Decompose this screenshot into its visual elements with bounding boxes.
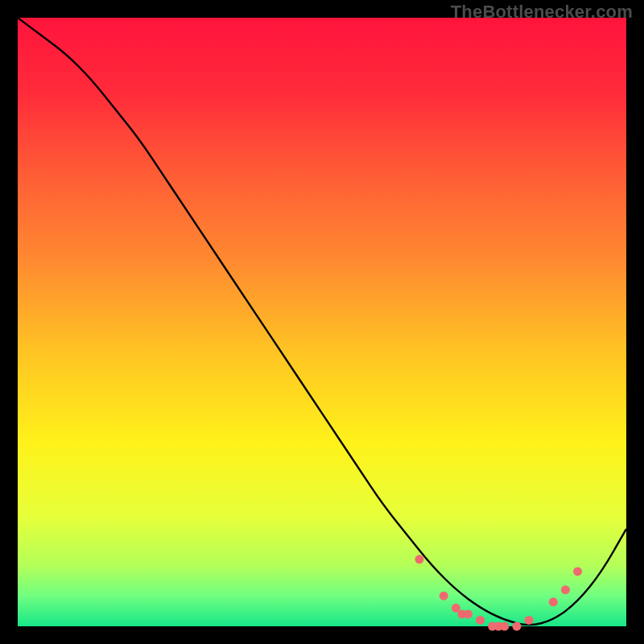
marker-point (512, 622, 521, 631)
marker-point (464, 609, 473, 618)
marker-point (549, 597, 558, 606)
marker-point (561, 585, 570, 594)
marker-point (500, 622, 509, 631)
bottleneck-chart (0, 0, 644, 644)
marker-point (476, 616, 485, 625)
marker-point (415, 555, 423, 564)
chart-frame: TheBottlenecker.com (0, 0, 644, 644)
marker-point (525, 616, 534, 625)
plot-background (18, 18, 626, 626)
marker-point (573, 567, 582, 576)
marker-point (440, 592, 448, 601)
